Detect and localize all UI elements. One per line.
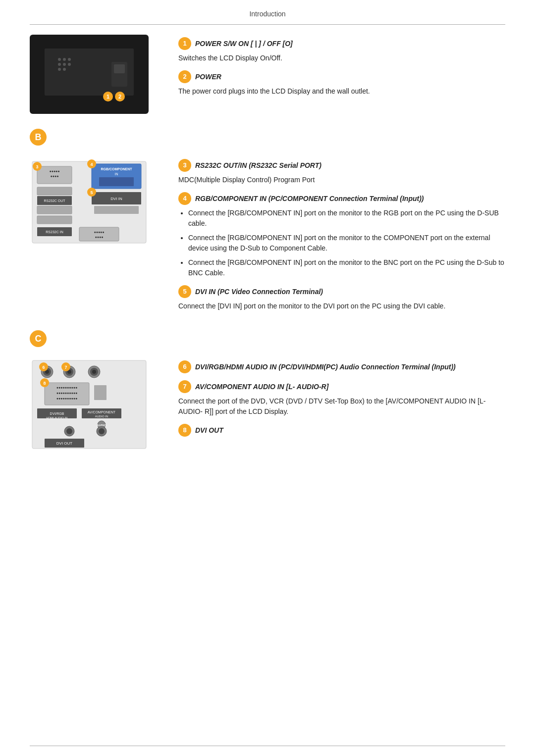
section-b-image: ●●●●● ●●●● 3 RGB/COMPONENT IN 4 RS232C O… <box>30 156 159 252</box>
page: Introduction <box>0 0 535 756</box>
section-a: 1 2 1 POWER S/W ON [ | ] / OFF [O] Switc… <box>30 35 505 114</box>
item-8-heading: 8 DVI OUT <box>178 424 505 437</box>
badge-1: 1 <box>178 37 191 50</box>
svg-point-5 <box>58 63 61 66</box>
item-7-heading: 7 AV/COMPONENT AUDIO IN [L- AUDIO-R] <box>178 380 505 393</box>
item-4-body: Connect the [RGB/COMPONENT IN] port on t… <box>178 208 505 278</box>
svg-text:6: 6 <box>42 365 45 370</box>
item-2-body: The power cord plugs into the LCD Displa… <box>178 86 505 97</box>
svg-rect-30 <box>37 187 72 195</box>
svg-text:AUDIO IN: AUDIO IN <box>95 415 108 418</box>
item-3-title: RS232C OUT/IN (RS232C Serial PORT) <box>195 160 321 171</box>
svg-rect-40 <box>79 227 119 241</box>
svg-rect-31 <box>37 206 72 214</box>
svg-text:RS232C IN: RS232C IN <box>46 230 63 234</box>
section-c-text: 6 DVI/RGB/HDMI AUDIO IN (PC/DVI/HDMI(PC)… <box>178 358 505 440</box>
device-svg-a: 1 2 <box>35 40 144 109</box>
page-header: Introduction <box>30 0 505 25</box>
item-7-title: AV/COMPONENT AUDIO IN [L- AUDIO-R] <box>195 382 328 392</box>
item-4-bullet-1: Connect the [RGB/COMPONENT IN] port on t… <box>188 208 505 229</box>
item-4-heading: 4 RGB/COMPONENT IN (PC/COMPONENT Connect… <box>178 192 505 205</box>
device-image-a: 1 2 <box>30 35 149 114</box>
svg-point-2 <box>58 58 61 61</box>
badge-6: 6 <box>178 360 191 373</box>
svg-text:●●●●: ●●●● <box>95 235 104 239</box>
item-1-heading: 1 POWER S/W ON [ | ] / OFF [O] <box>178 37 505 50</box>
item-2-title: POWER <box>195 72 221 82</box>
badge-3: 3 <box>178 159 191 172</box>
svg-text:2: 2 <box>118 94 121 100</box>
svg-text:DVI OUT: DVI OUT <box>56 441 73 446</box>
item-2-heading: 2 POWER <box>178 70 505 83</box>
item-4-list: Connect the [RGB/COMPONENT IN] port on t… <box>178 208 505 278</box>
svg-text:●●●●: ●●●● <box>51 174 59 178</box>
svg-text:●●●●●●●●●●: ●●●●●●●●●● <box>56 391 77 395</box>
svg-text:RS232C OUT: RS232C OUT <box>44 199 65 202</box>
badge-7: 7 <box>178 380 191 393</box>
svg-point-4 <box>68 58 71 61</box>
item-3-body: MDC(Multiple Display Control) Program Po… <box>178 175 505 185</box>
svg-text:DVI/RGB: DVI/RGB <box>50 412 64 415</box>
device-svg-b: ●●●●● ●●●● 3 RGB/COMPONENT IN 4 RS232C O… <box>30 156 149 248</box>
item-3-heading: 3 RS232C OUT/IN (RS232C Serial PORT) <box>178 159 505 172</box>
device-svg-c: 6 7 ●●●●●●●●●● ●●●●●●●●●● ●●●●●●●●●● <box>30 358 149 452</box>
item-1-body: Switches the LCD Display On/Off. <box>178 53 505 63</box>
svg-text:4: 4 <box>90 162 93 167</box>
item-6-heading: 6 DVI/RGB/HDMI AUDIO IN (PC/DVI/HDMI(PC)… <box>178 360 505 373</box>
section-b-badge-row: B <box>30 129 505 151</box>
section-a-image: 1 2 <box>30 35 159 114</box>
svg-rect-61 <box>94 385 107 400</box>
badge-2: 2 <box>178 70 191 83</box>
item-5-title: DVI IN (PC Video Connection Terminal) <box>195 287 323 297</box>
item-5-body: Connect the [DVI IN] port on the monitor… <box>178 301 505 311</box>
section-b-text: 3 RS232C OUT/IN (RS232C Serial PORT) MDC… <box>178 156 505 315</box>
item-4-title: RGB/COMPONENT IN (PC/COMPONENT Connectio… <box>195 194 424 204</box>
svg-text:DVI IN: DVI IN <box>110 197 122 201</box>
svg-rect-11 <box>114 64 125 73</box>
item-6-title: DVI/RGB/HDMI AUDIO IN (PC/DVI/HDMI(PC) A… <box>195 362 456 372</box>
svg-text:5: 5 <box>90 190 93 195</box>
header-title: Introduction <box>249 10 285 18</box>
section-c: 6 7 ●●●●●●●●●● ●●●●●●●●●● ●●●●●●●●●● <box>30 358 505 455</box>
svg-point-9 <box>63 68 66 71</box>
section-c-letter: C <box>30 330 47 347</box>
item-7-body: Connect the port of the DVD, VCR (DVD / … <box>178 396 505 417</box>
badge-5: 5 <box>178 285 191 298</box>
svg-text:HDMI AUDIO IN: HDMI AUDIO IN <box>46 416 67 419</box>
svg-point-73 <box>66 428 72 434</box>
badge-4: 4 <box>178 192 191 205</box>
section-a-text: 1 POWER S/W ON [ | ] / OFF [O] Switches … <box>178 35 505 101</box>
svg-point-7 <box>68 63 71 66</box>
svg-text:7: 7 <box>64 365 67 370</box>
svg-rect-32 <box>37 216 72 224</box>
badge-8: 8 <box>178 424 191 437</box>
svg-point-56 <box>92 370 96 374</box>
svg-text:●●●●●: ●●●●● <box>49 169 59 173</box>
svg-text:●●●●●: ●●●●● <box>94 230 104 234</box>
svg-point-8 <box>58 68 61 71</box>
item-4-bullet-3: Connect the [RGB/COMPONENT IN] port on t… <box>188 257 505 278</box>
svg-point-75 <box>99 428 105 434</box>
svg-text:●●●●●●●●●●: ●●●●●●●●●● <box>56 386 77 389</box>
item-4-bullet-2: Connect the [RGB/COMPONENT IN] port on t… <box>188 233 505 253</box>
svg-text:IN: IN <box>115 172 118 176</box>
section-c-badge-row: C <box>30 330 505 352</box>
svg-point-6 <box>63 63 66 66</box>
svg-text:1: 1 <box>107 94 109 100</box>
section-c-image: 6 7 ●●●●●●●●●● ●●●●●●●●●● ●●●●●●●●●● <box>30 358 159 455</box>
section-b-letter: B <box>30 129 47 146</box>
page-footer <box>30 746 505 746</box>
section-b: ●●●●● ●●●● 3 RGB/COMPONENT IN 4 RS232C O… <box>30 156 505 315</box>
svg-text:3: 3 <box>36 164 38 169</box>
svg-text:RGB/COMPONENT: RGB/COMPONENT <box>101 167 133 171</box>
svg-point-3 <box>63 58 66 61</box>
item-1-title: POWER S/W ON [ | ] / OFF [O] <box>195 39 293 49</box>
item-5-heading: 5 DVI IN (PC Video Connection Terminal) <box>178 285 505 298</box>
svg-text:AV/COMPONENT: AV/COMPONENT <box>88 410 116 414</box>
item-8-title: DVI OUT <box>195 425 223 436</box>
svg-rect-25 <box>99 177 134 186</box>
svg-text:8: 8 <box>43 381 46 386</box>
svg-rect-35 <box>94 206 139 214</box>
svg-text:●●●●●●●●●●: ●●●●●●●●●● <box>56 397 77 400</box>
